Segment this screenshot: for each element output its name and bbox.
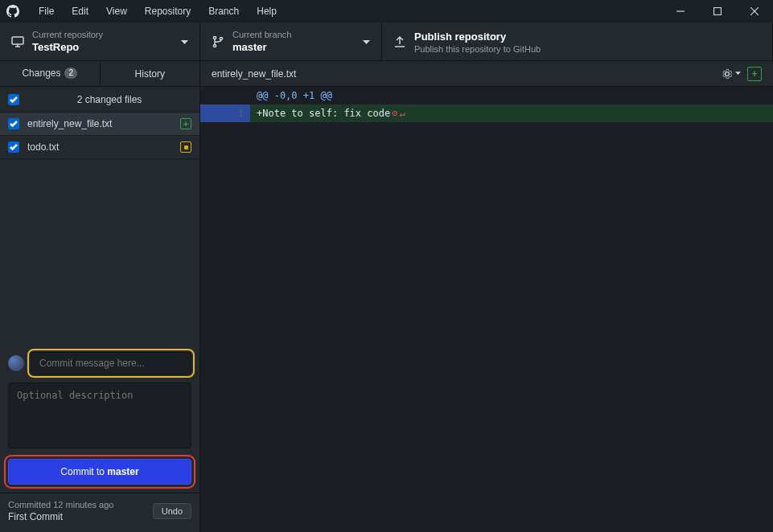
commit-button-branch: master (107, 466, 138, 477)
expand-diff-button[interactable]: + (747, 67, 762, 81)
tab-history-label: History (135, 68, 165, 80)
github-logo-icon (6, 5, 19, 18)
repo-name: TestRepo (32, 41, 103, 53)
tab-changes-label: Changes (22, 68, 60, 79)
chevron-down-icon (363, 36, 370, 47)
publish-subtitle: Publish this repository to GitHub (414, 44, 541, 54)
no-newline-icon: ⊘ (392, 104, 397, 122)
svg-point-9 (220, 37, 222, 39)
branch-selector[interactable]: Current branch master (200, 23, 382, 60)
sidebar: Changes 2 History 2 changed files entire… (0, 61, 200, 532)
upload-icon (393, 35, 406, 48)
monitor-icon (11, 35, 24, 48)
publish-title: Publish repository (414, 31, 541, 43)
commit-form: Commit to master (0, 346, 199, 493)
titlebar: File Edit View Repository Branch Help (0, 0, 773, 23)
maximize-button[interactable] (699, 0, 736, 23)
main-menu: File Edit View Repository Branch Help (31, 2, 285, 20)
commit-description-input[interactable] (8, 383, 191, 448)
file-name: todo.txt (27, 141, 172, 153)
select-all-checkbox[interactable] (8, 94, 19, 105)
diff-line-added[interactable]: 1 +Note to self: fix code ⊘↵ (200, 104, 773, 122)
commit-button[interactable]: Commit to master (8, 459, 191, 485)
file-list: entirely_new_file.txt + todo.txt (0, 113, 199, 159)
tab-history[interactable]: History (101, 61, 200, 86)
menu-view[interactable]: View (98, 2, 135, 20)
diff-filename: entirely_new_file.txt (212, 68, 715, 80)
menu-edit[interactable]: Edit (64, 2, 97, 20)
last-commit-title: First Commit (8, 511, 153, 522)
file-status-added-icon: + (180, 118, 191, 129)
diff-settings-button[interactable] (722, 68, 741, 80)
hunk-header-text: @@ -0,0 +1 @@ (250, 87, 332, 104)
last-commit-footer: Committed 12 minutes ago First Commit Un… (0, 493, 199, 532)
file-checkbox[interactable] (8, 118, 19, 129)
chevron-down-icon (181, 36, 188, 47)
changes-header: 2 changed files (0, 87, 199, 113)
changed-files-label: 2 changed files (27, 94, 191, 105)
git-branch-icon (212, 35, 224, 48)
svg-point-7 (213, 36, 216, 39)
last-commit-meta: Committed 12 minutes ago (8, 500, 153, 509)
svg-rect-1 (714, 8, 722, 15)
diff-header: entirely_new_file.txt + (200, 61, 773, 87)
close-button[interactable] (736, 0, 773, 23)
menu-repository[interactable]: Repository (137, 2, 199, 20)
svg-rect-4 (12, 37, 23, 44)
commit-button-prefix: Commit to (60, 466, 107, 477)
branch-name: master (232, 41, 291, 53)
diff-panel: entirely_new_file.txt + @@ -0,0 +1 @@ 1 … (200, 61, 773, 532)
gear-icon (722, 68, 733, 80)
file-status-modified-icon (180, 141, 191, 153)
avatar (8, 355, 24, 371)
changes-count-badge: 2 (64, 68, 77, 79)
menu-file[interactable]: File (31, 2, 62, 20)
line-gutter: 1 (200, 104, 250, 122)
file-checkbox[interactable] (8, 141, 19, 153)
repo-label: Current repository (32, 30, 103, 39)
window-controls (662, 0, 773, 23)
sidebar-tabs: Changes 2 History (0, 61, 199, 87)
minimize-button[interactable] (662, 0, 699, 23)
new-line-number: 1 (225, 104, 250, 122)
menu-branch[interactable]: Branch (200, 2, 247, 20)
repo-selector[interactable]: Current repository TestRepo (0, 23, 200, 60)
undo-button[interactable]: Undo (153, 503, 191, 519)
file-row[interactable]: entirely_new_file.txt + (0, 113, 199, 136)
tab-changes[interactable]: Changes 2 (0, 61, 101, 86)
menu-help[interactable]: Help (249, 2, 285, 20)
file-row[interactable]: todo.txt (0, 136, 199, 159)
file-name: entirely_new_file.txt (27, 118, 172, 129)
diff-line-content: +Note to self: fix code ⊘↵ (250, 104, 773, 122)
chevron-down-icon (735, 72, 741, 76)
commit-summary-input[interactable] (31, 352, 191, 374)
hunk-header: @@ -0,0 +1 @@ (200, 87, 773, 104)
carriage-return-icon: ↵ (399, 104, 405, 122)
toolbar: Current repository TestRepo Current bran… (0, 23, 773, 61)
publish-button[interactable]: Publish repository Publish this reposito… (382, 23, 773, 60)
branch-label: Current branch (232, 30, 291, 39)
svg-point-8 (213, 44, 216, 47)
